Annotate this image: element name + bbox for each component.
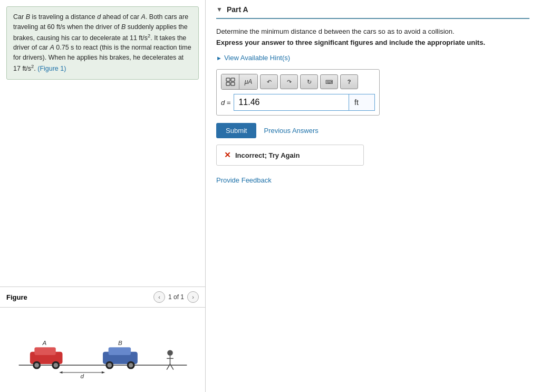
svg-rect-26 — [226, 82, 230, 85]
svg-point-19 — [167, 350, 173, 356]
input-row: d = ft — [221, 94, 375, 111]
svg-point-6 — [53, 362, 58, 367]
hint-expand-icon[interactable]: ► — [216, 55, 222, 61]
svg-point-4 — [34, 362, 39, 367]
redo-button[interactable]: ↷ — [280, 74, 298, 89]
figure-ref-link[interactable]: (Figure 1) — [37, 65, 66, 72]
keyboard-button[interactable]: ⌨ — [320, 74, 338, 89]
submit-button[interactable]: Submit — [216, 123, 256, 138]
result-box: ✕ Incorrect; Try Again — [216, 145, 364, 166]
undo-button[interactable]: ↶ — [260, 74, 278, 89]
problem-text-box: Car B is traveling a distance d ahead of… — [6, 6, 199, 80]
matrix-button[interactable] — [221, 74, 239, 89]
figure-image-area: A B d — [0, 308, 205, 392]
previous-answers-link[interactable]: Previous Answers — [264, 127, 318, 135]
view-hints-link[interactable]: View Available Hint(s) — [224, 54, 290, 62]
figure-prev-button[interactable]: ‹ — [153, 291, 165, 303]
math-toolbar: μA ↶ ↷ ↻ ⌨ ? — [221, 74, 375, 90]
submit-row: Submit Previous Answers — [216, 123, 529, 138]
right-panel: ▼ Part A Determine the minimum distance … — [206, 0, 540, 392]
svg-marker-17 — [101, 371, 104, 373]
figure-title: Figure — [6, 293, 27, 301]
svg-text:A: A — [42, 339, 46, 346]
question-text: Determine the minimum distance d between… — [216, 27, 529, 35]
svg-text:d: d — [80, 372, 84, 379]
svg-point-11 — [107, 362, 112, 367]
hint-row: ► View Available Hint(s) — [216, 54, 529, 62]
figure-diagram: A B d — [13, 319, 192, 381]
problem-text: Car B is traveling a distance d ahead of… — [13, 13, 191, 72]
svg-rect-27 — [231, 82, 235, 85]
reload-button[interactable]: ↻ — [300, 74, 318, 89]
result-text: Incorrect; Try Again — [235, 151, 300, 159]
svg-rect-25 — [231, 78, 235, 81]
part-label: Part A — [227, 5, 248, 14]
svg-rect-2 — [34, 347, 55, 355]
svg-rect-9 — [108, 347, 131, 355]
mu-button[interactable]: μA — [239, 74, 257, 89]
svg-marker-16 — [59, 371, 62, 373]
incorrect-icon: ✕ — [224, 150, 231, 160]
svg-rect-24 — [226, 78, 230, 81]
answer-input[interactable] — [234, 94, 349, 111]
question-bold: Express your answer to three significant… — [216, 39, 529, 46]
svg-point-13 — [128, 362, 133, 367]
figure-nav-count: 1 of 1 — [168, 293, 184, 301]
figure-nav: ‹ 1 of 1 › — [153, 291, 199, 303]
part-header: ▼ Part A — [216, 5, 529, 19]
unit-display: ft — [349, 94, 375, 111]
figure-section: Figure ‹ 1 of 1 › A — [0, 286, 205, 392]
figure-next-button[interactable]: › — [187, 291, 199, 303]
figure-header: Figure ‹ 1 of 1 › — [0, 287, 205, 308]
provide-feedback-link[interactable]: Provide Feedback — [216, 176, 272, 184]
left-panel: Car B is traveling a distance d ahead of… — [0, 0, 206, 392]
help-button[interactable]: ? — [340, 74, 358, 89]
answer-box: μA ↶ ↷ ↻ ⌨ ? d = ft — [216, 69, 380, 116]
collapse-arrow-icon[interactable]: ▼ — [216, 6, 223, 13]
input-label: d = — [221, 94, 234, 111]
matrix-tool-group: μA — [221, 74, 258, 90]
svg-text:B: B — [118, 339, 122, 346]
